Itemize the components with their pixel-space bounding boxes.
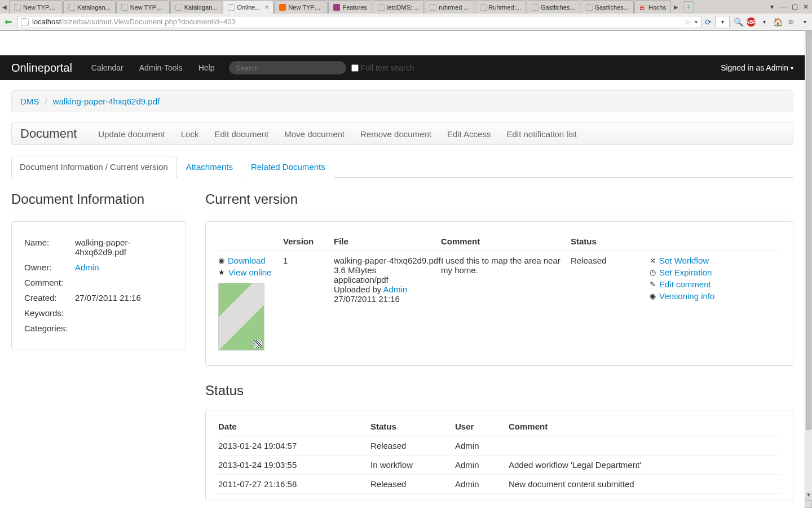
feed-icon[interactable]: ≋ [786, 17, 796, 27]
browser-tab[interactable]: New TYPO... [116, 0, 170, 14]
tab-label: Online... [237, 4, 260, 11]
url-bar: ⬅ localhost/bizerba/out/out.ViewDocument… [0, 14, 812, 30]
tab-label: Ruhrmed:... [489, 4, 521, 11]
tab-favicon [333, 4, 340, 11]
tab-scroll-left[interactable]: ◀ [0, 0, 9, 14]
minimize-button[interactable]: — [779, 3, 787, 11]
url-text: localhost/bizerba/out/out.ViewDocument.p… [32, 17, 236, 26]
tab-favicon [378, 4, 385, 11]
maximize-button[interactable]: ▢ [791, 3, 798, 11]
tab-label: Katalogan... [77, 4, 111, 11]
browser-tab[interactable]: Features [328, 0, 372, 14]
tab-favicon [430, 4, 436, 11]
bookmark-star-icon[interactable]: ☆ [684, 17, 691, 27]
window-dropdown[interactable]: ▾ [768, 3, 776, 11]
browser-tab[interactable]: Katalogan... [170, 0, 223, 14]
adblock-icon[interactable]: ABP [747, 17, 756, 27]
tab-strip: ◀ New TYPO...Katalogan...New TYPO...Kata… [0, 0, 812, 14]
tab-label: letoDMS: ... [387, 4, 419, 11]
browser-tab[interactable]: letoDMS: ... [373, 0, 424, 14]
toolbar-icons: 🔍 ABP ▾ 🏠 ≋ ▾ [733, 17, 810, 27]
close-tab-icon[interactable]: × [262, 3, 268, 11]
reader-icon[interactable]: 🔍 [733, 17, 743, 27]
scrollbar-thumb[interactable] [806, 30, 811, 31]
tab-favicon [68, 4, 75, 11]
tab-label: Features [342, 4, 367, 11]
browser-tab[interactable]: Online...× [223, 0, 273, 14]
tab-favicon [121, 4, 128, 11]
browser-tab[interactable]: Katalogan... [63, 0, 116, 14]
tab-label: Gastliches... [541, 4, 575, 11]
url-dropdown-icon[interactable]: ▾ [695, 19, 698, 25]
tab-label: Hochs [648, 4, 666, 11]
reload-icon[interactable]: ⟳ [705, 17, 712, 27]
browser-tab[interactable]: New TYPO... [274, 0, 328, 14]
tab-scroll-right[interactable]: ▶ [672, 0, 681, 14]
tab-favicon [14, 4, 21, 11]
tab-favicon [586, 4, 593, 11]
browser-chrome: ◀ New TYPO...Katalogan...New TYPO...Kata… [0, 0, 812, 31]
browser-tab[interactable]: Ruhrmed:... [475, 0, 526, 14]
url-input[interactable]: localhost/bizerba/out/out.ViewDocument.p… [17, 16, 701, 28]
tab-label: New TYPO... [288, 4, 323, 11]
toolbar-select[interactable]: ▾ [715, 16, 730, 28]
browser-tab[interactable]: New TYPO... [9, 0, 63, 14]
back-button[interactable]: ⬅ [2, 16, 14, 27]
tab-favicon: ⊞ [639, 4, 646, 11]
tab-label: New TYPO... [130, 4, 165, 11]
browser-tab[interactable]: ruhrmed ... [425, 0, 474, 14]
tab-favicon [175, 4, 182, 11]
tab-favicon [532, 4, 539, 11]
tab-label: New TYPO... [23, 4, 58, 11]
site-favicon [21, 18, 29, 26]
toolbar-dropdown-icon[interactable]: ▾ [759, 17, 769, 27]
home-icon[interactable]: 🏠 [773, 17, 783, 27]
tab-favicon [480, 4, 487, 11]
tab-label: Gastliches... [595, 4, 629, 11]
tab-label: ruhrmed ... [439, 4, 469, 11]
browser-tab[interactable]: Gastliches... [581, 0, 634, 14]
new-tab-button[interactable]: + [683, 1, 694, 12]
browser-tab[interactable]: Gastliches... [527, 0, 580, 14]
tab-favicon [279, 4, 286, 11]
tab-favicon [228, 4, 235, 11]
vertical-scrollbar[interactable]: ▲ ▼ [805, 30, 812, 31]
toolbar-menu-icon[interactable]: ▾ [800, 17, 810, 27]
tab-label: Katalogan... [184, 4, 218, 11]
close-window-button[interactable]: ✕ [802, 3, 810, 11]
browser-tab[interactable]: ⊞Hochs [634, 0, 671, 14]
window-controls: ▾ — ▢ ✕ [768, 3, 812, 11]
